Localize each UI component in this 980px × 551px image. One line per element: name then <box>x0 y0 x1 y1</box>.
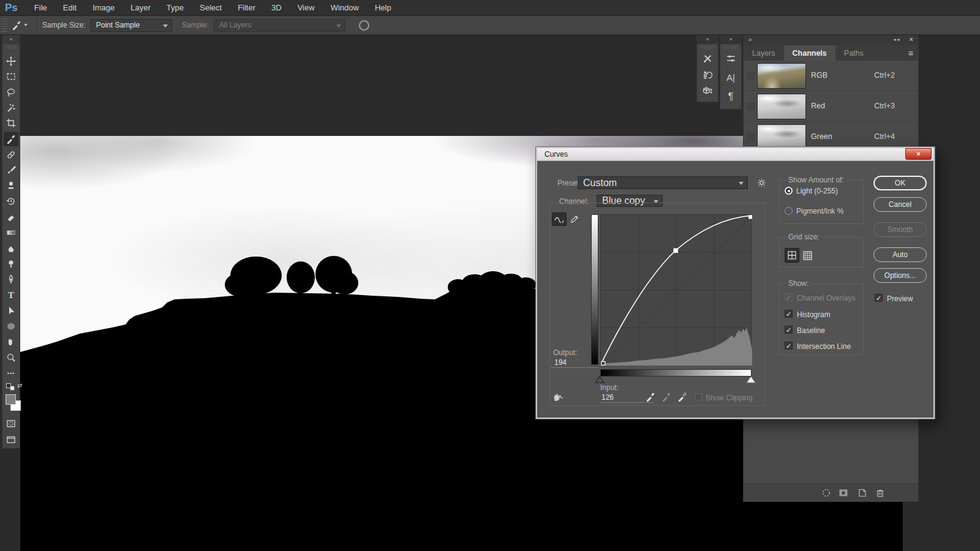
menu-help[interactable]: Help <box>367 3 399 12</box>
dialog-titlebar[interactable]: Curves × <box>537 148 933 161</box>
output-value[interactable]: 194 <box>554 358 567 367</box>
edit-toolbar-ellipsis[interactable]: ••• <box>4 366 18 381</box>
clone-stamp-tool[interactable] <box>4 178 18 193</box>
dock-grip[interactable] <box>724 45 737 49</box>
on-image-adjustment-button[interactable] <box>553 392 565 405</box>
foreground-color-swatch[interactable] <box>6 394 16 405</box>
collapse-panels-icon[interactable]: ◄◄ <box>892 37 900 42</box>
screen-mode-button[interactable] <box>4 432 18 447</box>
histogram-checkbox[interactable]: ✓ <box>785 310 793 318</box>
move-tool[interactable] <box>4 54 18 69</box>
input-value[interactable]: 126 <box>601 393 614 402</box>
close-button[interactable]: × <box>905 148 932 160</box>
panel-flyout-icon[interactable]: » <box>748 36 752 43</box>
gray-point-eyedropper[interactable] <box>662 392 671 404</box>
smooth-button[interactable]: Smooth <box>873 222 927 237</box>
3d-panel-button[interactable] <box>697 83 718 100</box>
type-tool[interactable]: T <box>4 288 18 302</box>
simple-grid-button[interactable] <box>785 248 799 263</box>
pigment-ink-radio[interactable] <box>785 207 793 215</box>
dock-flyout-icon[interactable]: » <box>697 36 718 44</box>
history-panel-button[interactable] <box>697 67 718 83</box>
menu-select[interactable]: Select <box>192 3 230 12</box>
visibility-toggle[interactable] <box>747 133 755 141</box>
ok-button[interactable]: OK <box>873 176 927 190</box>
channel-overlays-checkbox[interactable]: ✓ <box>785 293 793 301</box>
menu-filter[interactable]: Filter <box>230 3 263 12</box>
close-panel-icon[interactable]: × <box>910 36 913 43</box>
menu-edit[interactable]: Edit <box>55 3 85 12</box>
brush-tool[interactable] <box>4 163 18 178</box>
marquee-tool[interactable] <box>4 69 18 84</box>
baseline-checkbox[interactable]: ✓ <box>785 326 793 334</box>
channel-row-red[interactable]: Red Ctrl+3 <box>744 91 918 122</box>
preview-checkbox[interactable]: ✓ <box>875 294 883 302</box>
visibility-toggle[interactable] <box>747 103 755 110</box>
detailed-grid-button[interactable] <box>802 250 813 261</box>
healing-brush-tool[interactable] <box>4 148 18 162</box>
tool-presets-panel-button[interactable] <box>697 50 718 67</box>
dock-grip[interactable] <box>701 45 714 49</box>
sample-size-dropdown[interactable]: Point Sample <box>91 19 172 32</box>
active-tool-button[interactable] <box>7 20 32 30</box>
history-brush-tool[interactable] <box>4 194 18 209</box>
preset-options-button[interactable] <box>755 176 768 189</box>
crop-tool[interactable] <box>4 116 18 130</box>
delete-channel-button[interactable] <box>875 488 885 500</box>
add-mask-button[interactable] <box>839 488 848 500</box>
edit-points-mode-button[interactable] <box>552 212 567 226</box>
lasso-tool[interactable] <box>4 85 18 100</box>
eraser-tool[interactable] <box>4 210 18 225</box>
auto-button[interactable]: Auto <box>873 247 927 262</box>
menu-window[interactable]: Window <box>323 3 367 12</box>
toolbar-flyout-icon[interactable]: » <box>2 36 20 44</box>
menu-type[interactable]: Type <box>159 3 192 12</box>
channel-row-rgb[interactable]: RGB Ctrl+2 <box>744 61 918 91</box>
tab-channels[interactable]: Channels <box>784 45 835 61</box>
hand-tool[interactable] <box>4 334 18 349</box>
toolbar-grip[interactable] <box>6 45 16 49</box>
curve-point-selected[interactable] <box>674 249 679 253</box>
paragraph-panel-button[interactable]: ¶ <box>720 88 741 106</box>
tab-paths[interactable]: Paths <box>835 45 872 61</box>
preset-dropdown[interactable]: Custom <box>578 176 748 189</box>
curve-point-origin[interactable] <box>601 362 606 365</box>
menu-image[interactable]: Image <box>85 3 123 12</box>
dodge-tool[interactable] <box>4 257 18 271</box>
menu-layer[interactable]: Layer <box>123 3 159 12</box>
dock-flyout-icon[interactable]: » <box>720 36 741 44</box>
swap-colors-icon[interactable]: ⇄ <box>17 382 22 389</box>
cancel-button[interactable]: Cancel <box>873 197 927 212</box>
smudge-tool[interactable] <box>4 241 18 256</box>
highlight-input-slider[interactable] <box>746 376 756 383</box>
gradient-tool[interactable] <box>4 225 18 240</box>
draw-curve-mode-button[interactable] <box>568 212 581 226</box>
quick-mask-button[interactable] <box>4 416 18 431</box>
sample-layers-dropdown[interactable]: All Layers <box>214 19 345 32</box>
tab-layers[interactable]: Layers <box>744 45 784 61</box>
character-panel-button[interactable]: A| <box>720 67 741 88</box>
quick-selection-tool[interactable] <box>4 101 18 116</box>
options-button[interactable]: Options... <box>873 268 927 283</box>
curve-graph[interactable] <box>600 214 752 365</box>
panel-menu-icon[interactable]: ≡ <box>908 48 913 58</box>
white-point-eyedropper[interactable] <box>677 392 687 404</box>
shadow-input-slider[interactable] <box>595 376 605 383</box>
new-channel-button[interactable] <box>858 488 867 500</box>
options-bar-grip[interactable] <box>2 18 7 32</box>
zoom-tool[interactable] <box>4 350 18 365</box>
curve-point-highlight[interactable] <box>748 216 752 219</box>
show-clipping-checkbox[interactable] <box>695 394 702 400</box>
intersection-line-checkbox[interactable]: ✓ <box>785 342 793 350</box>
pen-tool[interactable] <box>4 272 18 287</box>
sampling-ring-icon[interactable] <box>359 20 369 31</box>
load-selection-button[interactable] <box>821 488 831 500</box>
ellipse-shape-tool[interactable] <box>4 319 18 334</box>
eyedropper-tool[interactable] <box>4 132 18 146</box>
visibility-toggle[interactable] <box>747 72 755 80</box>
menu-3d[interactable]: 3D <box>263 3 290 12</box>
adjustments-panel-button[interactable] <box>720 50 741 67</box>
black-point-eyedropper[interactable] <box>646 392 655 404</box>
menu-file[interactable]: File <box>26 3 55 12</box>
menu-view[interactable]: View <box>290 3 323 12</box>
